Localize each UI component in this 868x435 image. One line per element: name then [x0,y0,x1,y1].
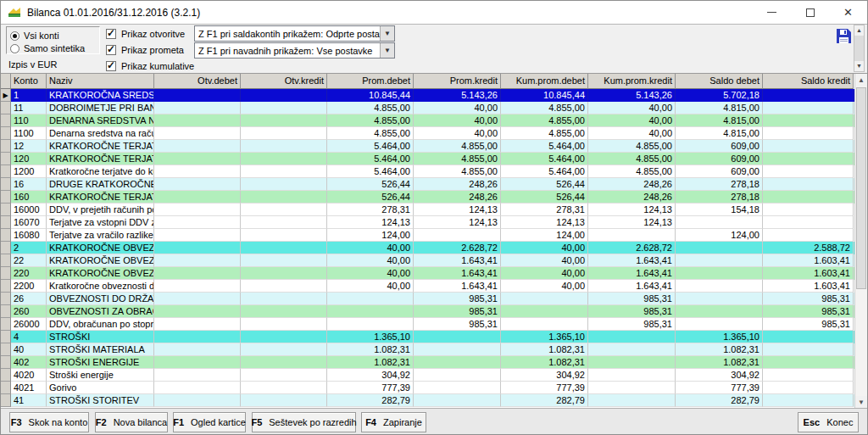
cell-value [676,242,763,254]
close-button[interactable]: ✕ [829,1,867,24]
cell-konto: 12 [11,140,47,153]
save-button[interactable] [835,27,852,44]
cell-value: 5.464,00 [327,153,414,165]
column-header-kum-prom-kredit[interactable]: Kum.prom.kredit [588,74,676,89]
minimize-button[interactable] [753,1,791,24]
fkey-button-f3[interactable]: F3Skok na konto [9,412,89,432]
table-row[interactable]: 22KRATKOROČNE OBVEZNOS40,001.643,4140,00… [1,254,854,267]
accounts-grid: Konto Naziv Otv.debet Otv.kredit Prom.de… [1,73,867,410]
checkbox-option[interactable]: Prikaz prometa [106,43,194,56]
table-row[interactable]: 120KRATKOROČNE TERJATVE5.464,004.855,005… [1,153,854,165]
table-row[interactable]: 16070Terjatve za vstopni DDV za da124,13… [1,216,854,229]
scrollbar-thumb[interactable] [856,87,866,289]
esc-konec-button[interactable]: Esc Konec [798,412,859,432]
chevron-down-icon[interactable]: ▼ [380,26,394,41]
fkey-button-f1[interactable]: F1Ogled kartice [173,412,246,432]
combo-saldakonti[interactable]: Z F1 pri saldakontih prikažem: Odprte po… [194,25,395,42]
cell-value: 4.815,00 [676,114,763,127]
column-header-saldo-kredit[interactable]: Saldo kredit [763,74,854,89]
table-row[interactable]: 2200Kratkoročne obveznosti do dob40,001.… [1,280,854,293]
cell-value [763,178,854,191]
cell-value: 1.365,10 [501,331,588,343]
cell-konto: 1100 [11,127,47,140]
combo-navadni[interactable]: Z F1 pri navadnih prikažem: Vse postavke… [194,42,395,59]
scroll-up-icon[interactable]: ▲ [855,74,867,86]
scroll-down-icon[interactable]: ▼ [855,396,867,409]
table-row[interactable]: 26OBVEZNOSTI DO DRŽAVNIH985,31985,31985,… [1,293,854,305]
row-marker [1,102,11,114]
column-header-otv-debet[interactable]: Otv.debet [154,74,241,89]
table-row[interactable]: 1100Denarna sredstva na računih,4.855,00… [1,127,854,140]
fkey-label: F2 [96,417,107,427]
table-row[interactable]: 402STROŠKI ENERGIJE1.082,311.082,311.082… [1,356,854,369]
cell-naziv: DOBROIMETJE PRI BANKAH [47,102,154,114]
scroll-down-icon[interactable]: ▼ [854,61,864,71]
row-marker [1,318,11,331]
column-header-prom-kredit[interactable]: Prom.kredit [414,74,501,89]
row-marker [1,114,11,127]
column-header-naziv[interactable]: Naziv [47,74,154,89]
cell-value: 40,00 [501,254,588,267]
cell-naziv: Terjatve za vračilo razlike med [47,229,154,242]
checkbox-option[interactable]: Prikaz otvoritve [106,27,194,40]
combo-navadni-value: Z F1 pri navadnih prikažem: Vse postavke [195,46,380,56]
table-row[interactable]: 26000DDV, obračunan po stopnji 22985,319… [1,318,854,331]
table-row[interactable]: 16000DDV, v prejetih računih po sto278,3… [1,204,854,216]
cell-konto: 2 [11,242,47,254]
maximize-button[interactable] [791,1,829,24]
cell-value [241,89,327,102]
table-row[interactable]: 40STROŠKI MATERIALA1.082,311.082,311.082… [1,343,854,356]
radio-option[interactable]: Vsi konti [10,30,96,42]
table-row[interactable]: 16080Terjatve za vračilo razlike med124,… [1,229,854,242]
cell-value [154,165,241,178]
table-row[interactable]: 41STROŠKI STORITEV282,79282,79282,79 [1,394,854,407]
fkey-button-f2[interactable]: F2Nova bilanca [95,412,168,432]
cell-value: 40,00 [501,267,588,280]
cell-value: 609,00 [676,140,763,153]
cell-value [763,331,854,343]
cell-value: 4.855,00 [588,165,676,178]
grid-vertical-scrollbar[interactable]: ▲ ▼ [854,74,867,409]
column-header-prom-debet[interactable]: Prom.debet [327,74,414,89]
table-row[interactable]: 4021Gorivo777,39777,39777,39 [1,382,854,394]
cell-naziv: DDV, v prejetih računih po sto [47,204,154,216]
checkbox-option[interactable]: Prikaz kumulative [106,59,194,72]
chevron-down-icon[interactable]: ▼ [380,43,394,58]
table-row[interactable]: ▶1KRATKOROČNA SREDSTVA10.845,445.143,261… [1,89,854,102]
cell-konto: 402 [11,356,47,369]
column-header-konto[interactable]: Konto [11,74,47,89]
cell-value: 248,26 [414,191,501,204]
toolbar-scrollbar[interactable]: ▲ ▼ [854,25,865,72]
cell-naziv: DENARNA SREDSTVA NA R [47,114,154,127]
column-header-otv-kredit[interactable]: Otv.kredit [241,74,327,89]
table-row[interactable]: 16DRUGE KRATKOROČNE TER526,44248,26526,4… [1,178,854,191]
cell-value: 5.464,00 [501,165,588,178]
cell-konto: 41 [11,394,47,407]
cell-value [763,216,854,229]
column-header-kum-prom-debet[interactable]: Kum.prom.debet [501,74,588,89]
column-header-saldo-debet[interactable]: Saldo debet [676,74,763,89]
table-row[interactable]: 220KRATKOROČNE OBVEZNOS40,001.643,4140,0… [1,267,854,280]
table-row[interactable]: 110DENARNA SREDSTVA NA R4.855,0040,004.8… [1,114,854,127]
cell-value: 124,13 [327,216,414,229]
table-row[interactable]: 4STROŠKI1.365,101.365,101.365,10 [1,331,854,343]
table-row[interactable]: 12KRATKOROČNE TERJATVE5.464,004.855,005.… [1,140,854,153]
cell-value: 40,00 [327,242,414,254]
fkey-action-label: Nova bilanca [114,417,168,427]
cell-naziv: Stroški energije [47,369,154,382]
fkey-button-f4[interactable]: F4Zapiranje [361,412,426,432]
table-row[interactable]: 260OBVEZNOSTI ZA OBRAČUNA985,31985,31985… [1,305,854,318]
table-row[interactable]: 2KRATKOROČNE OBVEZNOS40,002.628,7240,002… [1,242,854,254]
cell-konto: 16070 [11,216,47,229]
radio-option[interactable]: Samo sintetika [10,42,96,54]
cell-konto: 260 [11,305,47,318]
cell-value [154,280,241,293]
scroll-up-icon[interactable]: ▲ [854,25,864,36]
table-row[interactable]: 4020Stroški energije304,92304,92304,92 [1,369,854,382]
cell-value: 4.855,00 [501,102,588,114]
table-row[interactable]: 11DOBROIMETJE PRI BANKAH4.855,0040,004.8… [1,102,854,114]
fkey-button-f5[interactable]: F5Seštevek po razredih [252,412,356,432]
table-row[interactable]: 160KRATKOROČNE TERJATVE526,44248,26526,4… [1,191,854,204]
table-row[interactable]: 1200Kratkoročne terjatve do kupce5.464,0… [1,165,854,178]
cell-value: 124,00 [676,229,763,242]
